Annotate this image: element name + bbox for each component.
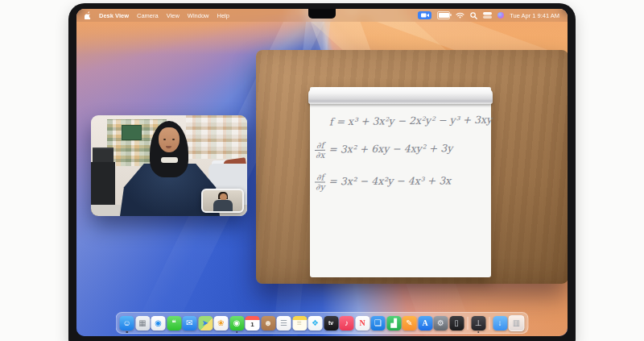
maps-icon: ➤ xyxy=(202,319,208,327)
safari-icon: ◉ xyxy=(155,319,162,327)
macbook-hero-shot: Desk View Camera View Window Help Tue Ap… xyxy=(0,0,644,341)
notes-icon: ≡ xyxy=(297,319,302,327)
self-view-pip[interactable] xyxy=(201,189,244,213)
equation-3: ∂f∂y= 3x² − 4x²y − 4x³ + 3x xyxy=(315,172,491,191)
tv-icon: tv xyxy=(328,320,333,326)
dock-numbers[interactable]: ▟ xyxy=(386,316,401,331)
dock-system-settings[interactable]: ⚙ xyxy=(434,316,448,331)
menu-camera[interactable]: Camera xyxy=(137,12,159,19)
downloads-folder-icon: ↓ xyxy=(498,319,502,327)
running-indicator xyxy=(236,331,238,334)
numbers-icon: ▟ xyxy=(390,319,397,327)
dock-calendar[interactable]: 1 xyxy=(246,316,260,331)
freeform-icon: ❖ xyxy=(312,319,319,327)
dock: ☺▦◉❝✉➤❀◉1☻☰≡❖tv♪N❏▟✎A⚙▯⊥↓▥ xyxy=(116,312,529,334)
keynote-icon: ❏ xyxy=(374,319,382,327)
dock-mail[interactable]: ✉ xyxy=(183,316,197,331)
facetime-icon: ◉ xyxy=(233,319,241,327)
dock-trash[interactable]: ▥ xyxy=(509,315,525,331)
dock-photos[interactable]: ❀ xyxy=(214,316,229,331)
app-store-icon: A xyxy=(422,319,427,327)
menu-view[interactable]: View xyxy=(167,12,180,19)
desk-view-window[interactable]: f = x³ + 3x²y − 2x²y² − y³ + 3xy ∂f∂x= 3… xyxy=(256,50,568,284)
apple-menu[interactable] xyxy=(85,11,91,19)
system-settings-icon: ⚙ xyxy=(437,319,444,327)
dock-tv[interactable]: tv xyxy=(324,316,338,331)
calendar-icon: 1 xyxy=(250,322,254,328)
wall-picture xyxy=(122,125,142,140)
control-center-icon[interactable] xyxy=(483,12,492,19)
partial-fraction: ∂f∂x xyxy=(315,141,326,160)
dock-messages[interactable]: ❝ xyxy=(167,316,181,331)
dock-facetime[interactable]: ◉ xyxy=(229,316,244,331)
dock-notes[interactable]: ≡ xyxy=(292,316,307,331)
dock-finder[interactable]: ☺ xyxy=(120,316,134,331)
remote-caller-collar xyxy=(161,157,178,163)
menu-bar-clock[interactable]: Tue Apr 1 9:41 AM xyxy=(510,12,559,19)
remote-caller-eye xyxy=(172,139,175,140)
facetime-window[interactable] xyxy=(91,115,247,216)
self-view-shirt xyxy=(213,200,233,211)
equation-1: f = x³ + 3x²y − 2x²y² − y³ + 3xy xyxy=(329,114,491,128)
wifi-icon[interactable] xyxy=(456,12,464,19)
dock-divider xyxy=(489,317,489,330)
photo-collage xyxy=(186,115,247,159)
remote-caller-eye xyxy=(163,139,166,140)
reminders-icon: ☰ xyxy=(280,319,287,327)
news-icon: N xyxy=(359,319,365,327)
dock-pages[interactable]: ✎ xyxy=(402,316,417,331)
remote-caller-face xyxy=(159,127,180,152)
running-indicator xyxy=(126,331,128,334)
desk-view-icon: ⊥ xyxy=(475,319,482,327)
pages-icon: ✎ xyxy=(406,319,412,327)
dock-freeform[interactable]: ❖ xyxy=(308,316,323,331)
dock-app-store[interactable]: A xyxy=(418,316,432,331)
dock-contacts[interactable]: ☻ xyxy=(261,316,275,331)
dock-keynote[interactable]: ❏ xyxy=(371,316,386,331)
siri-icon[interactable] xyxy=(497,12,504,19)
camera-indicator-icon[interactable] xyxy=(418,11,431,19)
menu-help[interactable]: Help xyxy=(217,12,229,19)
dock-music[interactable]: ♪ xyxy=(340,316,354,331)
apple-logo-icon xyxy=(85,11,91,19)
music-icon: ♪ xyxy=(345,319,349,327)
dock-news[interactable]: N xyxy=(355,316,369,331)
macbook-display: Desk View Camera View Window Help Tue Ap… xyxy=(68,3,576,341)
camera-notch xyxy=(308,9,336,19)
partial-fraction: ∂f∂y xyxy=(315,173,325,192)
active-app-name[interactable]: Desk View xyxy=(99,12,129,19)
dock-reminders[interactable]: ☰ xyxy=(277,316,291,331)
finder-icon: ☺ xyxy=(122,319,130,327)
handwritten-equations: f = x³ + 3x²y − 2x²y² − y³ + 3xy ∂f∂x= 3… xyxy=(310,87,491,277)
mail-icon: ✉ xyxy=(186,319,192,327)
dock-divider xyxy=(467,317,468,330)
equation-2: ∂f∂x= 3x² + 6xy − 4xy² + 3y xyxy=(315,139,491,160)
notepad: f = x³ + 3x²y − 2x²y² − y³ + 3xy ∂f∂x= 3… xyxy=(310,87,491,277)
photos-icon: ❀ xyxy=(217,319,224,327)
battery-icon[interactable] xyxy=(437,11,450,19)
running-indicator xyxy=(477,331,480,334)
dock-launchpad[interactable]: ▦ xyxy=(135,316,150,331)
menu-window[interactable]: Window xyxy=(188,12,209,19)
contacts-icon: ☻ xyxy=(264,319,273,327)
messages-icon: ❝ xyxy=(171,319,175,327)
dock-maps[interactable]: ➤ xyxy=(198,316,213,331)
trash-icon: ▥ xyxy=(513,319,520,327)
launchpad-icon: ▦ xyxy=(138,319,146,327)
screen: Desk View Camera View Window Help Tue Ap… xyxy=(76,9,568,336)
dock-iphone-mirroring[interactable]: ▯ xyxy=(449,316,464,331)
spotlight-icon[interactable] xyxy=(470,12,477,19)
menu-bar-status-area: Tue Apr 1 9:41 AM xyxy=(418,11,559,19)
dock-downloads-folder[interactable]: ↓ xyxy=(493,316,507,331)
iphone-mirroring-icon: ▯ xyxy=(454,319,459,327)
remote-caller-mouth xyxy=(166,146,171,148)
dock-safari[interactable]: ◉ xyxy=(151,316,166,331)
dock-desk-view[interactable]: ⊥ xyxy=(471,316,485,331)
